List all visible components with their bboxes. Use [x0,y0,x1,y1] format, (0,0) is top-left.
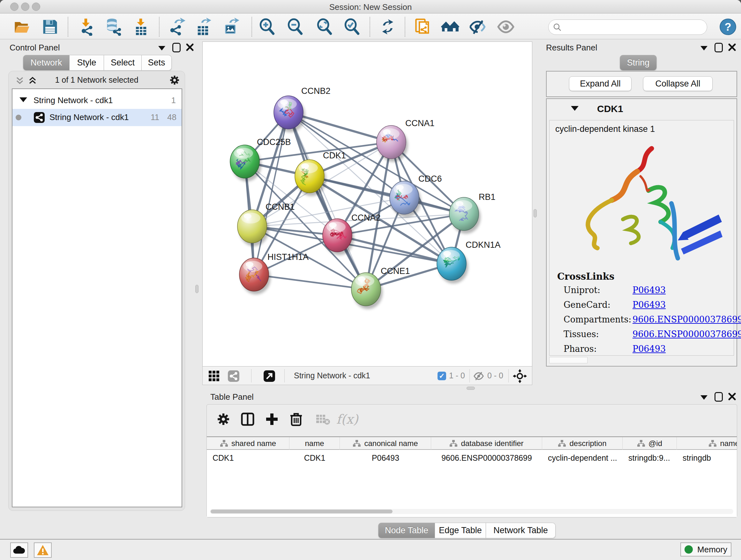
results-scroll-strip[interactable] [549,357,588,363]
export-network-button[interactable] [167,17,186,36]
tab-select[interactable]: Select [104,55,142,71]
horizontal-splitter-handle[interactable] [467,387,475,390]
warnings-button[interactable] [34,543,52,558]
network-collection-row[interactable]: String Network - cdk1 1 [12,93,182,109]
export-table-button[interactable] [194,17,212,36]
table-horizontal-scrollbar[interactable] [210,509,733,514]
warning-icon [37,544,49,556]
table-cell[interactable]: stringdb [677,450,737,465]
crosslink-link[interactable]: 9606.ENSP00000378699 [632,329,741,339]
network-view-icon[interactable] [227,370,240,382]
panel-collapse-icon[interactable] [700,46,708,51]
reposition-crosshair-icon[interactable] [513,369,527,383]
memory-button[interactable]: Memory [680,543,731,557]
cloud-status-button[interactable] [10,543,28,558]
tree-expander-icon[interactable] [19,98,27,102]
network-row-selected[interactable]: String Network - cdk1 11 48 [12,109,182,126]
table-row[interactable]: CDK1CDK1P064939606.ENSP00000378699cyclin… [207,450,737,465]
node-CCNE1 [351,273,383,309]
column-header-canonical-name[interactable]: canonical name [340,437,431,450]
tab-style[interactable]: Style [70,55,104,71]
tab-sets[interactable]: Sets [142,55,172,71]
collapse-all-button[interactable]: Collapse All [643,76,713,91]
tab-string[interactable]: String [620,55,657,71]
tab-edge-table[interactable]: Edge Table [435,523,486,538]
import-table-file-button[interactable] [131,17,150,36]
gene-collapse-icon[interactable] [571,106,579,111]
import-network-file-button[interactable] [77,17,96,36]
network-node-count: 11 [151,112,159,122]
cloud-icon [13,545,25,555]
grid-view-icon[interactable] [208,370,220,381]
table-cell[interactable]: CDK1 [207,450,289,465]
column-header-database-identifier[interactable]: database identifier [431,437,542,450]
application-statusbar: Memory [0,539,741,560]
column-header-namespace[interactable]: namespace [677,437,737,450]
tab-network[interactable]: Network [23,55,70,71]
add-column-button[interactable] [262,409,282,429]
panel-float-icon[interactable] [715,43,723,52]
panel-float-icon[interactable] [715,392,723,401]
birds-eye-toggle-icon[interactable] [263,370,275,382]
panel-close-icon[interactable] [728,392,736,401]
column-header-name[interactable]: name [289,437,340,450]
gear-icon[interactable] [169,74,180,86]
delete-column-button[interactable] [286,409,307,429]
tab-network-table[interactable]: Network Table [486,523,556,538]
export-image-button[interactable] [222,17,241,36]
help-button[interactable]: ? [719,17,737,36]
hidden-eye-icon[interactable] [473,371,484,381]
houses-icon [441,18,460,36]
node-label-CDKN1A: CDKN1A [466,240,501,250]
table-cell[interactable]: P06493 [340,450,431,465]
zoom-out-button[interactable] [286,17,305,36]
table-cell[interactable]: 9606.ENSP00000378699 [431,450,542,465]
crosslink-link[interactable]: 9606.ENSP00000378699 [632,314,741,324]
vertical-splitter-handle[interactable] [195,285,199,293]
refresh-layout-button[interactable] [379,17,397,36]
preview-eye-button[interactable] [496,17,515,36]
table-cell[interactable]: stringdb:9... [623,450,677,465]
save-session-button[interactable] [41,17,59,36]
table-settings-button[interactable] [213,409,233,429]
birds-eye-home-button[interactable] [441,17,460,36]
search-input[interactable] [548,19,707,35]
gene-header[interactable]: CDK1 [547,99,737,119]
crosslink-link[interactable]: P06493 [632,285,666,295]
control-panel-tabs: Network Style Select Sets [23,55,172,71]
table-cell[interactable]: cyclin-dependent ... [542,450,623,465]
tab-node-table[interactable]: Node Table [378,523,435,538]
table-cell[interactable]: CDK1 [289,450,340,465]
selected-checkbox[interactable]: ✓ [437,372,446,380]
node-CCNA2 [323,219,354,255]
panel-collapse-icon[interactable] [700,395,708,400]
show-hide-graphics-button[interactable] [468,17,487,36]
zoom-selected-button[interactable] [343,17,361,36]
expand-all-button[interactable]: Expand All [569,76,631,91]
crosslink-link[interactable]: P06493 [632,344,666,354]
panel-close-icon[interactable] [728,43,736,51]
copy-document-icon [414,18,432,36]
crosslink-label: Compartments: [563,314,631,324]
panel-close-icon[interactable] [186,43,194,51]
column-header-description[interactable]: description [542,437,623,450]
crosslink-link[interactable]: P06493 [632,300,666,310]
scrollbar-thumb[interactable] [211,509,393,513]
vertical-splitter-handle[interactable] [534,209,537,217]
open-session-button[interactable] [13,17,31,36]
panel-float-icon[interactable] [172,43,181,52]
column-header--id[interactable]: @id [623,437,677,450]
toolbar-separator [252,17,252,37]
copy-style-button[interactable] [414,17,432,36]
attribute-table[interactable]: shared namenamecanonical namedatabase id… [207,436,737,517]
import-network-database-button[interactable] [104,17,123,36]
zoom-in-button[interactable] [258,17,276,36]
panel-collapse-icon[interactable] [158,46,165,51]
node-label-RB1: RB1 [479,192,495,202]
show-columns-button[interactable] [238,409,258,429]
network-graph[interactable]: CCNB2CCNA1CDC25BCDK1CDC6RB1CCNB1CCNA2CDK… [203,42,532,366]
column-header-shared-name[interactable]: shared name [207,437,289,450]
network-canvas[interactable]: CCNB2CCNA1CDC25BCDK1CDC6RB1CCNB1CCNA2CDK… [202,42,532,367]
delete-table-icon [316,413,330,426]
zoom-fit-button[interactable] [315,17,334,36]
